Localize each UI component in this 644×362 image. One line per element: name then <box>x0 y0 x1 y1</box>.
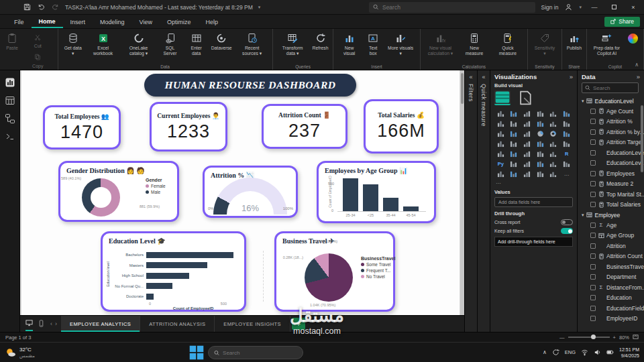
field-checkbox[interactable] <box>590 274 596 280</box>
excel-workbook-button[interactable]: XExcel workbook <box>86 31 121 57</box>
line-and-stacked-column-chart-icon[interactable] <box>534 119 547 128</box>
scorecard-icon[interactable] <box>547 169 560 178</box>
more-visual-options[interactable]: … <box>494 178 573 186</box>
field-checkbox[interactable] <box>590 243 596 249</box>
bar-row-high-school[interactable]: High School <box>109 272 241 280</box>
data-search-input[interactable] <box>593 85 635 91</box>
field-checkbox[interactable] <box>590 129 596 135</box>
filled-map-icon[interactable] <box>508 139 521 148</box>
bar[interactable] <box>146 273 189 279</box>
new-visual-button[interactable]: New visual <box>336 31 362 57</box>
business-travel-pie-chart[interactable]: Business Travel ✈ 0.15K (10.2%) 0.28K (1… <box>274 231 395 312</box>
card-icon[interactable] <box>560 139 573 148</box>
power-apps-icon[interactable] <box>508 169 521 178</box>
field-checkbox[interactable] <box>590 264 596 269</box>
line-chart-icon[interactable] <box>494 119 507 128</box>
sql-server-button[interactable]: SQL Server <box>157 31 184 57</box>
account-icon[interactable] <box>564 3 573 11</box>
next-page-icon[interactable]: › <box>55 320 57 327</box>
kpi-current-employees[interactable]: Current Employees 👨‍💼 1233 <box>150 102 227 152</box>
age-group-bar-chart[interactable]: Employees by Age Group 📊 Count of Employ… <box>317 161 436 223</box>
stacked-bar-chart-icon[interactable] <box>494 109 507 118</box>
table-employee[interactable]: ▾Employee <box>582 210 643 220</box>
bar-25[interactable] <box>363 184 378 211</box>
minimize-button[interactable]: — <box>588 1 601 13</box>
text-box-button[interactable]: AText box <box>363 31 384 57</box>
field-attrition[interactable]: Attrition % <box>582 117 643 127</box>
field-checkbox[interactable] <box>590 223 596 228</box>
zoom-out-button[interactable]: — <box>559 335 565 341</box>
100-stacked-column-chart-icon[interactable] <box>560 109 573 118</box>
bar-45-54[interactable] <box>403 206 419 211</box>
bar[interactable] <box>146 294 154 300</box>
more-visuals-button[interactable]: More visuals ▾ <box>384 31 417 57</box>
field-total-salaries[interactable]: Total Salaries <box>582 200 643 210</box>
taskbar-search-input[interactable] <box>223 350 297 356</box>
tab-employee-insights[interactable]: EMPLOYEE INSIGHTS <box>215 316 290 332</box>
report-canvas[interactable]: HUMAN RESOURSE DASHBOARD Total Employees… <box>20 70 464 315</box>
onelake-catalog-button[interactable]: OneLake catalog ▾ <box>121 31 156 57</box>
field-educationlev[interactable]: EducationLev... <box>582 158 643 169</box>
collapse-data-icon[interactable]: » <box>637 73 643 80</box>
scatter-chart-icon[interactable] <box>521 129 533 138</box>
python-visual-icon[interactable]: Py <box>494 159 507 168</box>
format-visual-mode-icon[interactable] <box>517 90 533 105</box>
dashboard-title[interactable]: HUMAN RESOURSE DASHBOARD <box>144 74 356 97</box>
data-search[interactable] <box>582 82 639 93</box>
quick-measure-pane-collapsed[interactable]: « Quick measure <box>477 70 490 332</box>
pie-chart-icon[interactable] <box>534 129 547 138</box>
clustered-bar-chart-icon[interactable] <box>521 109 533 118</box>
field-checkbox[interactable] <box>590 181 596 186</box>
key-influencers-icon[interactable] <box>508 159 521 168</box>
sync-icon[interactable] <box>552 347 559 359</box>
menu-view[interactable]: View <box>132 16 160 27</box>
page-indicator[interactable]: Page 1 of 3 <box>5 335 31 341</box>
line-and-clustered-column-chart-icon[interactable] <box>547 119 560 128</box>
mobile-view-icon[interactable] <box>38 318 45 330</box>
hidden-icons-chevron[interactable]: ∧ <box>543 349 547 355</box>
model-view-icon[interactable] <box>4 113 16 125</box>
keep-all-filters-toggle[interactable] <box>561 228 573 234</box>
recent-sources-button[interactable]: Recent sources ▾ <box>235 31 270 57</box>
field-checkbox[interactable] <box>590 233 596 238</box>
field-measure-2[interactable]: Measure 2 <box>582 179 643 190</box>
collapse-ribbon-icon[interactable]: ∧ <box>635 62 639 68</box>
shape-map-icon[interactable] <box>521 139 533 148</box>
field-checkbox[interactable] <box>590 139 596 145</box>
field-checkbox[interactable] <box>590 285 596 290</box>
clustered-column-chart-icon[interactable] <box>534 109 547 118</box>
field-checkbox[interactable] <box>590 119 596 124</box>
field-businesstravel[interactable]: BusinessTravel <box>582 261 643 272</box>
field-checkbox[interactable] <box>590 192 596 197</box>
kpi-total-employees[interactable]: Total Employees 👥 1470 <box>43 105 121 149</box>
metrics-icon[interactable] <box>560 159 573 168</box>
table-educationlevel[interactable]: ▾EducationLevel <box>582 96 643 106</box>
chevron-down-icon[interactable]: ▾ <box>582 99 584 104</box>
bar[interactable] <box>146 252 233 258</box>
waterfall-chart-icon[interactable] <box>494 129 507 138</box>
field-attrition[interactable]: Attrition <box>582 241 643 251</box>
bar[interactable] <box>146 262 207 268</box>
menu-help[interactable]: Help <box>198 16 225 27</box>
field-checkbox[interactable] <box>590 295 596 300</box>
enter-data-button[interactable]: Enter data <box>184 31 208 57</box>
desktop-view-icon[interactable] <box>25 317 33 331</box>
field-education[interactable]: Education <box>582 293 643 304</box>
quick-measure-button[interactable]: Quick measure <box>491 31 525 57</box>
table-icon[interactable] <box>534 149 547 158</box>
decomposition-tree-icon[interactable] <box>521 159 533 168</box>
volume-icon[interactable] <box>594 347 601 359</box>
bar-row-bachelors[interactable]: Bachelors <box>109 251 241 259</box>
attrition-gauge-chart[interactable]: Attrition % 📉 16% 0% 100% <box>203 166 298 218</box>
bar[interactable] <box>146 283 172 289</box>
canvas-scrollbar[interactable] <box>460 70 464 315</box>
language-indicator[interactable]: ENG <box>565 349 576 355</box>
pie-chart[interactable] <box>305 253 353 302</box>
collapse-visualizations-icon[interactable]: » <box>570 73 573 80</box>
kpi-icon[interactable] <box>508 149 521 158</box>
data-panel-scrollbar[interactable] <box>641 105 643 172</box>
dataverse-button[interactable]: Dataverse <box>209 31 234 52</box>
redo-icon[interactable] <box>51 3 60 11</box>
menu-insert[interactable]: Insert <box>63 16 93 27</box>
zoom-in-button[interactable]: + <box>613 335 616 341</box>
